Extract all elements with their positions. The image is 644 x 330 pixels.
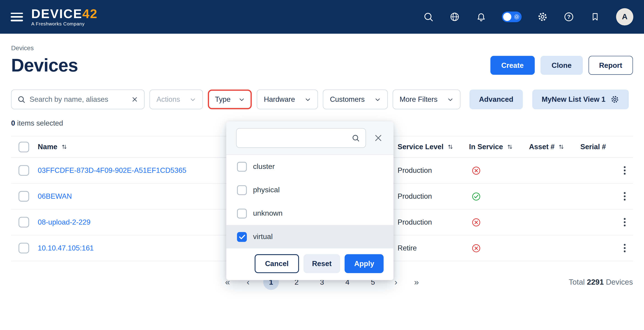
sort-icon[interactable] <box>507 144 513 150</box>
select-all-checkbox[interactable] <box>18 142 29 152</box>
option-label: virtual <box>253 232 273 241</box>
option-unknown[interactable]: unknown <box>226 202 393 225</box>
sort-icon[interactable] <box>447 144 453 150</box>
hardware-dropdown[interactable]: Hardware <box>257 90 318 109</box>
in-service-no-icon <box>469 166 529 175</box>
type-filter-options: cluster physical unknown virtual <box>226 155 393 249</box>
clear-search-icon[interactable] <box>131 96 138 103</box>
selection-label: items selected <box>17 119 63 128</box>
service-level-cell: Production <box>398 218 469 227</box>
option-label: cluster <box>253 162 275 171</box>
column-header-asset[interactable]: Asset # <box>529 142 580 151</box>
search-input[interactable] <box>30 95 127 104</box>
checkbox[interactable] <box>237 185 247 195</box>
header-actions: ? A <box>423 8 634 26</box>
chevron-down-icon <box>374 96 381 102</box>
row-checkbox[interactable] <box>18 191 29 202</box>
bookmark-icon[interactable] <box>590 12 600 22</box>
create-button[interactable]: Create <box>490 56 535 75</box>
row-checkbox[interactable] <box>18 217 29 228</box>
brand-primary: DEVICE <box>31 6 82 21</box>
device42-app: DEVICE42 A Freshworks Company ? <box>0 0 644 330</box>
row-checkbox[interactable] <box>18 243 29 254</box>
option-label: physical <box>253 186 280 194</box>
service-level-cell: Production <box>398 192 469 201</box>
breadcrumb[interactable]: Devices <box>11 44 633 52</box>
sort-icon[interactable] <box>61 144 67 150</box>
cancel-button[interactable]: Cancel <box>255 254 299 273</box>
checkbox[interactable] <box>237 208 247 218</box>
customers-dropdown-label: Customers <box>330 95 365 104</box>
menu-icon[interactable] <box>11 12 23 21</box>
toggle-knob <box>503 13 511 21</box>
row-checkbox[interactable] <box>18 165 29 176</box>
more-filters-dropdown[interactable]: More Filters <box>392 90 460 109</box>
search-icon <box>352 134 360 142</box>
type-filter-search-section <box>226 122 393 155</box>
total-devices-count: 2291 <box>587 278 604 286</box>
gear-icon[interactable] <box>610 95 619 104</box>
search-icon <box>17 95 26 104</box>
checkbox[interactable] <box>237 232 247 242</box>
more-filters-dropdown-label: More Filters <box>400 95 438 104</box>
sort-icon[interactable] <box>558 144 564 150</box>
option-cluster[interactable]: cluster <box>226 155 393 178</box>
chevron-down-icon <box>447 96 454 102</box>
brand-accent: 42 <box>82 6 98 21</box>
bell-icon[interactable] <box>476 12 486 22</box>
column-header-in-service[interactable]: In Service <box>469 142 529 151</box>
in-service-no-icon <box>469 244 529 253</box>
app-header: DEVICE42 A Freshworks Company ? <box>0 0 644 34</box>
selection-count: 0 <box>11 119 15 128</box>
advanced-button[interactable]: Advanced <box>470 90 523 109</box>
actions-dropdown[interactable]: Actions <box>150 90 203 109</box>
svg-text:?: ? <box>567 14 571 20</box>
chevron-down-icon <box>239 96 245 102</box>
type-filter-footer: Cancel Reset Apply <box>226 248 393 280</box>
chevron-down-icon <box>190 96 196 102</box>
customers-dropdown[interactable]: Customers <box>323 90 388 109</box>
checkbox[interactable] <box>237 162 247 172</box>
column-header-serial[interactable]: Serial # <box>580 142 616 151</box>
row-menu-icon[interactable] <box>616 214 633 230</box>
row-menu-icon[interactable] <box>616 162 633 179</box>
total-devices-summary: Total 2291 Devices <box>568 278 633 286</box>
type-filter-search-box <box>236 128 366 148</box>
type-filter-panel: cluster physical unknown virtual Cancel … <box>226 122 393 280</box>
hardware-dropdown-label: Hardware <box>264 95 295 104</box>
list-view-button[interactable]: MyNew List View 1 <box>532 90 629 109</box>
last-page-button[interactable]: » <box>411 277 422 287</box>
clone-button[interactable]: Clone <box>540 56 582 75</box>
actions-dropdown-label: Actions <box>156 95 180 104</box>
option-virtual[interactable]: virtual <box>226 225 393 248</box>
service-level-cell: Production <box>398 166 469 175</box>
brand-logo[interactable]: DEVICE42 A Freshworks Company <box>31 7 98 26</box>
option-physical[interactable]: physical <box>226 178 393 202</box>
search-icon[interactable] <box>423 12 434 22</box>
theme-toggle[interactable] <box>502 12 522 22</box>
option-label: unknown <box>253 209 282 218</box>
row-menu-icon[interactable] <box>616 240 633 256</box>
report-button[interactable]: Report <box>588 56 633 75</box>
avatar[interactable]: A <box>616 8 633 26</box>
type-dropdown-label: Type <box>215 95 230 104</box>
type-dropdown[interactable]: Type <box>208 90 252 109</box>
reset-button[interactable]: Reset <box>304 254 340 273</box>
in-service-yes-icon <box>469 192 529 201</box>
row-menu-icon[interactable] <box>616 188 633 205</box>
chevron-down-icon <box>305 96 311 102</box>
apply-button[interactable]: Apply <box>345 254 384 273</box>
type-filter-search-input[interactable] <box>242 134 348 142</box>
device-search-box <box>11 90 144 109</box>
close-icon[interactable] <box>372 132 384 144</box>
list-view-label: MyNew List View 1 <box>542 95 605 104</box>
help-icon[interactable]: ? <box>564 12 574 22</box>
filter-bar: Actions Type Hardware Customers More Fil… <box>11 90 633 109</box>
gear-icon[interactable] <box>537 12 548 22</box>
column-header-service-level[interactable]: Service Level <box>398 142 469 151</box>
page-title: Devices <box>11 55 78 76</box>
in-service-no-icon <box>469 218 529 227</box>
advanced-button-label: Advanced <box>479 95 513 104</box>
sun-icon <box>513 14 520 20</box>
globe-icon[interactable] <box>450 12 460 22</box>
